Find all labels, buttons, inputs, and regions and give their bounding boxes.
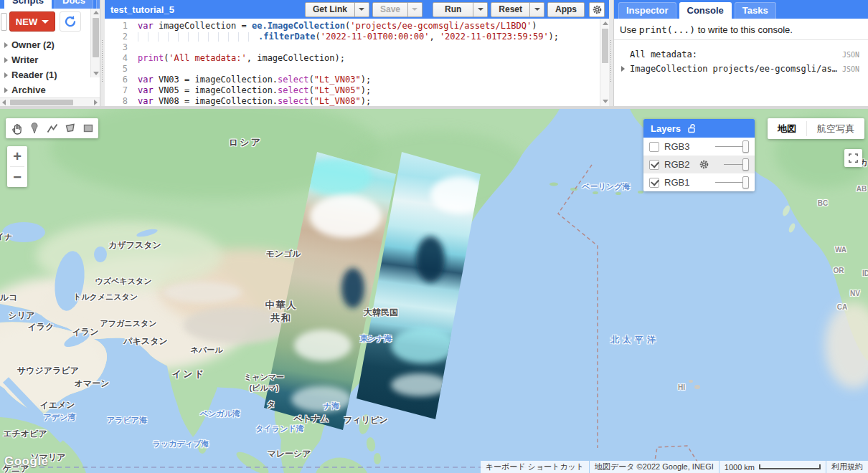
expand-arrow-icon <box>4 72 8 78</box>
script-title: test_tutorial_5 <box>110 4 302 15</box>
editor-scrollbar[interactable] <box>600 19 609 106</box>
point-tool-button[interactable] <box>25 120 43 137</box>
layer-settings-button[interactable] <box>698 159 709 171</box>
layer-opacity-slider[interactable] <box>715 140 749 153</box>
map-canvas[interactable]: ロシアカザフスタンモンゴルウズベキスタントルクメニスタンイナルコシリアイラクイラ… <box>0 109 868 473</box>
scrollbar-thumb[interactable] <box>10 100 73 105</box>
top-panels: Scripts Docs As NEW <box>0 0 868 106</box>
geometry-toolbar <box>6 118 98 138</box>
layer-label: RGB2 <box>664 159 693 170</box>
pan-tool-button[interactable] <box>7 120 25 137</box>
scroll-left-arrow[interactable] <box>2 100 6 105</box>
json-button[interactable]: JSON <box>842 49 859 61</box>
scroll-down-arrow[interactable] <box>603 100 608 103</box>
scale-label: 1000 km <box>725 463 755 472</box>
save-button[interactable]: Save <box>372 2 408 17</box>
layer-row-rgb2: RGB2 <box>643 156 755 173</box>
console-body: Use print(...) to write to this console.… <box>614 19 868 106</box>
tree-label: Writer <box>11 54 38 65</box>
earth-engine-code-editor: Scripts Docs As NEW <box>0 0 868 473</box>
layer-opacity-slider[interactable] <box>724 158 749 171</box>
map-type-map-button[interactable]: 地図 <box>768 118 806 139</box>
tab-tasks[interactable]: Tasks <box>735 2 776 19</box>
json-button[interactable]: JSON <box>842 64 859 75</box>
tab-docs[interactable]: Docs <box>55 0 93 9</box>
hand-icon <box>10 122 23 135</box>
map-attribution: 地図データ ©2022 Google, INEGI <box>590 461 719 473</box>
rectangle-tool-button[interactable] <box>79 120 97 137</box>
expand-arrow-icon <box>4 57 8 63</box>
zoom-in-button[interactable]: + <box>7 146 27 166</box>
editor-settings-button[interactable] <box>589 2 605 17</box>
code-editor[interactable]: 1var imageCollection = ee.ImageCollectio… <box>105 19 609 106</box>
keyboard-shortcuts-button[interactable]: キーボード ショートカット <box>481 461 589 473</box>
layer-checkbox[interactable] <box>649 178 659 188</box>
map-bottom-bar: キーボード ショートカット 地図データ ©2022 Google, INEGI … <box>481 461 868 473</box>
refresh-icon <box>63 14 77 29</box>
refresh-scripts-button[interactable] <box>60 11 81 32</box>
scripts-panel: Scripts Docs As NEW <box>0 0 100 106</box>
panel-splitter[interactable] <box>609 0 613 106</box>
scroll-right-arrow[interactable] <box>94 100 98 105</box>
left-tabbar: Scripts Docs As <box>0 0 100 9</box>
tree-item-writer[interactable]: Writer <box>3 52 100 67</box>
terms-link[interactable]: 利用規約 <box>826 461 868 473</box>
reset-dropdown[interactable] <box>530 2 544 17</box>
reset-button[interactable]: Reset <box>491 2 530 17</box>
run-dropdown[interactable] <box>473 2 488 17</box>
save-dropdown[interactable] <box>408 2 423 17</box>
tab-console[interactable]: Console <box>679 2 732 19</box>
tab-assets[interactable]: As <box>96 0 100 9</box>
reset-button-group: Reset <box>491 2 544 17</box>
polygon-tool-button[interactable] <box>61 120 79 137</box>
tree-item-archive[interactable]: Archive <box>3 82 100 97</box>
scripts-vertical-scrollbar[interactable] <box>90 9 100 77</box>
layer-row-rgb3: RGB3 <box>643 138 755 156</box>
tree-item-owner[interactable]: Owner (2) <box>3 37 100 52</box>
get-link-dropdown[interactable] <box>355 2 369 17</box>
console-intro: Use print(...) to write to this console. <box>614 19 868 40</box>
map-type-satellite-button[interactable]: 航空写真 <box>807 118 864 139</box>
tree-label: Archive <box>11 85 46 95</box>
layer-label: RGB1 <box>664 177 693 188</box>
apps-button[interactable]: Apps <box>547 2 585 17</box>
tree-label: Owner (2) <box>11 39 55 50</box>
chevron-down-icon <box>478 8 483 11</box>
unlock-icon <box>687 123 697 133</box>
scripts-toolbar: NEW <box>0 9 100 33</box>
expand-arrow-icon[interactable] <box>621 66 625 72</box>
console-entry-text: All metadata: <box>630 49 697 59</box>
expand-arrow-icon <box>4 42 8 48</box>
console-entry-text: ImageCollection projects/ee-gcomsgli/as… <box>630 64 837 74</box>
map-scale: 1000 km <box>720 461 826 473</box>
get-link-button[interactable]: Get Link <box>305 2 355 17</box>
layer-label: RGB3 <box>664 141 693 152</box>
scrollbar-thumb[interactable] <box>602 29 608 63</box>
run-button[interactable]: Run <box>433 2 473 17</box>
layer-checkbox[interactable] <box>649 142 659 152</box>
scripts-horizontal-scrollbar[interactable] <box>0 97 100 106</box>
layers-header[interactable]: Layers <box>643 119 755 138</box>
filter-scripts-input[interactable] <box>1 13 7 31</box>
scroll-down-arrow[interactable] <box>93 72 99 75</box>
tab-scripts[interactable]: Scripts <box>4 0 52 9</box>
tab-inspector[interactable]: Inspector <box>618 2 676 19</box>
console-entries: All metadata: JSON ImageCollection proje… <box>614 40 868 76</box>
expand-arrow-icon <box>4 87 8 93</box>
tree-item-reader[interactable]: Reader (1) <box>3 67 100 82</box>
new-script-button[interactable]: NEW <box>9 11 55 32</box>
layer-checkbox[interactable] <box>649 160 659 170</box>
code-lines: 1var imageCollection = ee.ImageCollectio… <box>105 19 609 106</box>
chevron-down-icon <box>412 8 418 11</box>
scroll-up-arrow[interactable] <box>93 11 99 14</box>
google-logo[interactable]: Google <box>4 454 49 469</box>
fullscreen-button[interactable] <box>844 149 862 167</box>
scroll-up-arrow[interactable] <box>603 22 608 25</box>
scrollbar-thumb[interactable] <box>93 18 99 57</box>
layer-opacity-slider[interactable] <box>715 176 749 188</box>
line-tool-button[interactable] <box>43 120 61 137</box>
zoom-out-button[interactable]: − <box>7 167 27 187</box>
layer-row-rgb1: RGB1 <box>643 173 755 191</box>
marker-icon <box>28 122 41 135</box>
fullscreen-icon <box>848 153 859 163</box>
